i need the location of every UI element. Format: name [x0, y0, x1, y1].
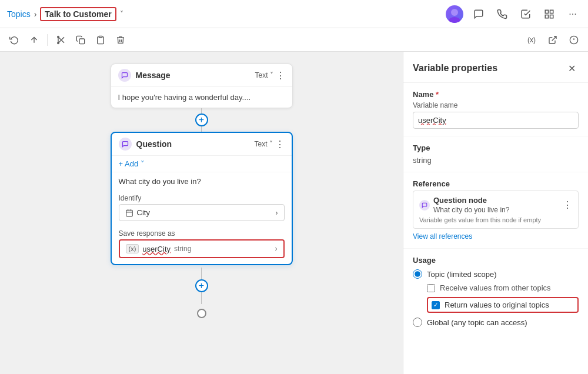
- delete-button[interactable]: [111, 31, 130, 49]
- save-response-field[interactable]: (x) userCity string ›: [119, 239, 285, 258]
- add-node-button-bottom[interactable]: +: [195, 279, 208, 292]
- bottom-connector: +: [195, 268, 208, 318]
- global-radio-row: Global (any topic can access): [413, 318, 579, 327]
- identify-field[interactable]: City ›: [119, 204, 285, 221]
- variable-name-input[interactable]: [413, 112, 579, 129]
- canvas[interactable]: Message Text ˅ ⋮ I hope you're having a …: [0, 52, 403, 374]
- message-node-icon: [118, 69, 131, 82]
- topic-radio-row: Topic (limited scope): [413, 269, 579, 279]
- bottom-line-bottom: [201, 292, 202, 304]
- question-type-label: Text: [254, 140, 267, 148]
- toolbar: (x): [0, 28, 588, 52]
- variable-name-sublabel: Variable name: [413, 101, 579, 109]
- external-link-button[interactable]: [543, 31, 562, 49]
- breadcrumb-current-topic: Talk to Customer: [40, 7, 116, 21]
- connector-line-top: [201, 108, 202, 113]
- reference-more-icon[interactable]: ⋮: [563, 199, 572, 211]
- cut-button[interactable]: [51, 31, 70, 49]
- message-node-header-left: Message: [118, 69, 171, 82]
- svg-rect-3: [550, 10, 553, 13]
- test-icon[interactable]: [517, 6, 534, 22]
- name-field-label: Name *: [413, 90, 579, 99]
- question-more-icon[interactable]: ⋮: [275, 139, 285, 150]
- question-add-button[interactable]: + Add ˅: [112, 156, 292, 172]
- chat-icon[interactable]: [470, 6, 487, 22]
- message-to-question-connector: +: [195, 108, 208, 132]
- message-type-badge[interactable]: Text ˅: [255, 71, 273, 79]
- identify-icon: [125, 209, 133, 217]
- return-values-label: Return values to original topics: [445, 300, 549, 309]
- grid-icon[interactable]: [541, 6, 557, 22]
- reference-field-label: Reference: [413, 179, 579, 188]
- avatar[interactable]: [446, 5, 463, 23]
- message-node-header-right: Text ˅ ⋮: [255, 70, 285, 81]
- svg-point-0: [451, 9, 458, 16]
- question-type-chevron-icon: ˅: [269, 140, 273, 148]
- svg-rect-18: [126, 210, 132, 216]
- top-nav-right: ···: [446, 5, 581, 23]
- save-response-chevron-icon[interactable]: ›: [275, 245, 278, 253]
- variable-button[interactable]: (x): [522, 31, 541, 49]
- reference-node: Question node What city do you live in?: [419, 196, 509, 214]
- reference-node-details: Question node What city do you live in?: [433, 196, 509, 214]
- reference-node-note: Variable gets value from this node if em…: [419, 216, 572, 223]
- more-icon[interactable]: ···: [564, 6, 581, 22]
- return-values-row: ✓ Return values to original topics: [427, 297, 579, 313]
- identify-label: Identify: [112, 191, 292, 204]
- reference-header: Question node What city do you live in? …: [419, 196, 572, 214]
- receive-values-label: Receive values from other topics: [440, 283, 551, 292]
- svg-rect-4: [545, 15, 548, 18]
- redo-button[interactable]: [25, 31, 44, 49]
- question-node-header-right: Text ˅ ⋮: [254, 139, 284, 150]
- canvas-content: Message Text ˅ ⋮ I hope you're having a …: [111, 64, 293, 318]
- paste-button[interactable]: [91, 31, 110, 49]
- breadcrumb-topics[interactable]: Topics: [7, 9, 31, 19]
- topic-radio[interactable]: [413, 269, 422, 279]
- receive-values-row: Receive values from other topics: [427, 283, 579, 292]
- undo-button[interactable]: [5, 31, 24, 49]
- message-node-title: Message: [136, 71, 171, 80]
- bottom-line-top: [201, 268, 202, 279]
- svg-point-1: [449, 17, 460, 23]
- panel-close-button[interactable]: ✕: [564, 61, 579, 75]
- question-node-header: Question Text ˅ ⋮: [112, 133, 292, 156]
- identify-chevron-icon[interactable]: ›: [276, 209, 278, 217]
- global-radio-label: Global (any topic can access): [427, 318, 527, 327]
- type-section: Type string: [403, 136, 588, 172]
- question-text: What city do you live in?: [112, 172, 292, 191]
- question-type-badge[interactable]: Text ˅: [254, 140, 272, 148]
- add-node-button-top[interactable]: +: [195, 113, 208, 126]
- add-label: + Add: [119, 159, 139, 168]
- copy-nodes-button[interactable]: [71, 31, 90, 49]
- return-values-checkbox[interactable]: ✓: [432, 301, 440, 309]
- reference-box: Question node What city do you live in? …: [413, 191, 579, 229]
- question-node-header-left: Question: [119, 138, 172, 151]
- top-nav: Topics › Talk to Customer ˅ ···: [0, 0, 588, 28]
- message-type-chevron-icon: ˅: [270, 71, 273, 79]
- question-node[interactable]: Question Text ˅ ⋮ + Add ˅ What city: [111, 132, 293, 265]
- svg-rect-2: [545, 10, 548, 13]
- message-more-icon[interactable]: ⋮: [276, 70, 285, 81]
- phone-icon[interactable]: [494, 6, 510, 22]
- var-badge: (x): [126, 244, 139, 253]
- checkmark-icon: ✓: [433, 302, 438, 308]
- breadcrumb-chevron-icon[interactable]: ˅: [120, 10, 123, 18]
- global-radio[interactable]: [413, 318, 422, 327]
- type-field-label: Type: [413, 143, 579, 152]
- view-all-references-link[interactable]: View all references: [413, 232, 472, 241]
- variable-properties-panel: Variable properties ✕ Name * Variable na…: [403, 52, 588, 374]
- message-type-label: Text: [255, 71, 268, 79]
- add-chevron-icon: ˅: [141, 159, 145, 168]
- save-response-left: (x) userCity string: [126, 244, 275, 253]
- receive-values-checkbox[interactable]: [427, 284, 435, 292]
- usage-label: Usage: [413, 256, 579, 265]
- question-node-title: Question: [136, 139, 172, 149]
- message-node[interactable]: Message Text ˅ ⋮ I hope you're having a …: [111, 64, 293, 108]
- var-type: string: [174, 245, 191, 253]
- main-area: Message Text ˅ ⋮ I hope you're having a …: [0, 52, 588, 374]
- message-node-header: Message Text ˅ ⋮: [111, 64, 292, 87]
- identify-value: City: [137, 208, 150, 217]
- checkbox-group: Receive values from other topics ✓ Retur…: [427, 283, 579, 313]
- info-button[interactable]: [564, 31, 583, 49]
- reference-node-sub: What city do you live in?: [433, 206, 509, 214]
